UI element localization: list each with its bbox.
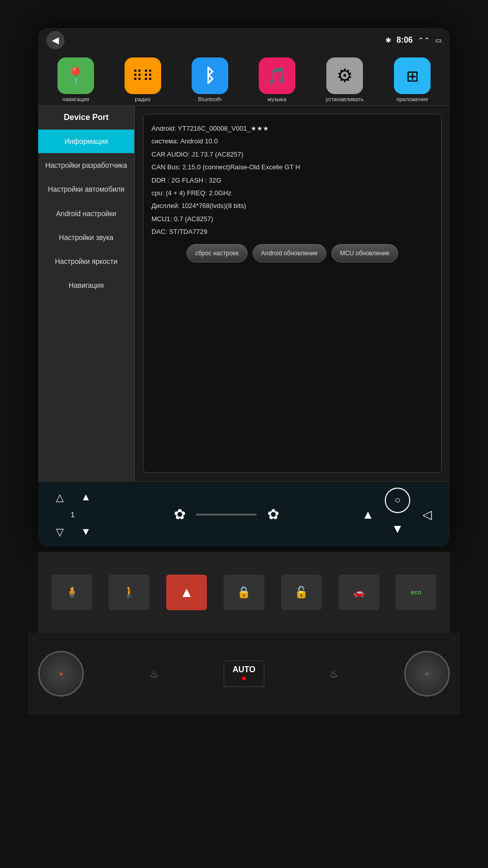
time-display: 8:06: [396, 36, 413, 45]
left-dial-indicator: ●: [59, 670, 63, 677]
info-line-4: DDR : 2G FLASH : 32G: [151, 174, 433, 186]
signal-icon: ⌃⌃: [418, 36, 430, 44]
screen-display: ◀ ✱ 8:06 ⌃⌃ ▭ 📍 навигация ⠿⠿ радио ᛒ Blu…: [38, 28, 450, 547]
nav-circle-button[interactable]: ○: [385, 488, 410, 513]
settings-icon: ⚙: [326, 57, 363, 94]
left-temp-dial[interactable]: ●: [38, 651, 84, 697]
lock-icon-1: 🔒: [237, 586, 251, 599]
app-install[interactable]: ⚙ устанавливать: [326, 57, 364, 102]
temp-down-outline-left[interactable]: ▽: [48, 521, 71, 543]
sidebar: Device Port Информация Настройки разрабо…: [38, 106, 135, 481]
android-update-button[interactable]: Android обновление: [253, 244, 326, 262]
apps-icon: ⊞: [394, 57, 431, 94]
app-icons-row: 📍 навигация ⠿⠿ радио ᛒ Bluetooth 🎵 музык…: [38, 52, 450, 106]
nav-down-back: ○ ▼: [385, 488, 410, 542]
auto-label: AUTO: [232, 665, 255, 674]
seat-icon-left: ♨: [149, 668, 159, 680]
nav-label: навигация: [63, 96, 89, 102]
sidebar-item-sound-settings[interactable]: Настройки звука: [38, 226, 134, 250]
app-radio[interactable]: ⠿⠿ радио: [125, 57, 161, 102]
seat-heat-icon-1: 🧍: [65, 586, 79, 599]
left-temp-controls: △ ▲ 1 ▽ ▼: [48, 486, 97, 543]
sidebar-item-android-settings[interactable]: Android настройки: [38, 202, 134, 226]
info-line-7: MCU1: 0.7 (AC8257): [151, 213, 433, 225]
info-line-8: DAC: ST/TDA7729: [151, 226, 433, 237]
fan-left-icon[interactable]: ✿: [168, 503, 191, 526]
back-button[interactable]: ◀: [46, 31, 65, 49]
bottom-controls: △ ▲ 1 ▽ ▼ ✿ ✿ ▲ ○ ▼ ◁: [38, 481, 450, 547]
sidebar-header: Device Port: [38, 106, 134, 130]
fan-right-icon[interactable]: ✿: [262, 503, 284, 526]
info-line-2: CAR AUDIO: J1.73.7 (AC8257): [151, 148, 433, 160]
auto-display: AUTO: [224, 661, 264, 687]
nav-icon: 📍: [57, 57, 94, 94]
climate-area: ● ♨ AUTO ♨ ○: [28, 633, 460, 714]
sidebar-item-brightness-settings[interactable]: Настройки яркости: [38, 250, 134, 274]
music-icon: 🎵: [259, 57, 295, 94]
info-line-1: система: Android 10.0: [151, 135, 433, 147]
app-apps[interactable]: ⊞ приложение: [394, 57, 431, 102]
car-bottom: [0, 714, 488, 868]
nav-up-button[interactable]: ▲: [355, 502, 381, 527]
radio-icon: ⠿⠿: [125, 57, 161, 94]
sidebar-item-navigation[interactable]: Навигация: [38, 274, 134, 297]
temp-up-filled-left[interactable]: ▲: [75, 486, 97, 508]
mcu-update-button[interactable]: MCU обновление: [331, 244, 398, 262]
hazard-button[interactable]: ▲: [166, 575, 207, 610]
physical-buttons-row: 🧍 🚶 ▲ 🔒 🔓 🚗 eco: [38, 552, 450, 633]
main-content: Device Port Информация Настройки разрабо…: [38, 106, 450, 481]
app-nav[interactable]: 📍 навигация: [57, 57, 94, 102]
bluetooth-icon: ᛒ: [192, 57, 228, 94]
nav-back-button[interactable]: ◁: [414, 502, 440, 527]
status-icons: ✱ 8:06 ⌃⌃ ▭: [385, 36, 442, 45]
info-box: Android: YT7216C_00008_V001_★★★ система:…: [143, 114, 442, 473]
seat-heat-left: ♨: [149, 668, 159, 680]
temp-number-left: 1: [71, 511, 75, 519]
sidebar-item-info[interactable]: Информация: [38, 130, 134, 154]
eco-btn[interactable]: eco: [395, 575, 436, 610]
nav-down-button[interactable]: ▼: [385, 516, 410, 542]
stability-icon: 🚗: [353, 587, 364, 598]
hazard-icon: ▲: [179, 584, 194, 601]
stability-btn[interactable]: 🚗: [339, 575, 379, 610]
info-panel: Android: YT7216C_00008_V001_★★★ система:…: [135, 106, 450, 481]
info-actions: сброс настроек Android обновление MCU об…: [151, 239, 433, 262]
info-line-3: CAN Bus: 2.15.0 (connect)Raise-Old Excel…: [151, 161, 433, 173]
eco-icon: eco: [411, 589, 421, 596]
seat-heat-right: ♨: [329, 668, 339, 680]
seat-heat-btn-2[interactable]: 🚶: [109, 575, 149, 610]
radio-label: радио: [135, 96, 150, 102]
status-bar: ◀ ✱ 8:06 ⌃⌃ ▭: [38, 28, 450, 52]
right-dial-indicator: ○: [425, 670, 429, 677]
lock-icon-2: 🔓: [294, 586, 308, 599]
lock-btn-1[interactable]: 🔒: [224, 575, 264, 610]
install-label: устанавливать: [326, 96, 364, 102]
sidebar-item-dev-settings[interactable]: Настройки разработчика: [38, 154, 134, 177]
app-music[interactable]: 🎵 музыка: [259, 57, 295, 102]
info-line-6: Дисплей: 1024*768(lvds)(8 bits): [151, 200, 433, 212]
info-line-5: cpu: (4 + 4) FREQ: 2.0GHz: [151, 187, 433, 199]
left-temp-down-row: ▽ ▼: [48, 521, 97, 543]
nav-controls: ▲ ○ ▼ ◁: [355, 488, 440, 542]
info-line-0: Android: YT7216C_00008_V001_★★★: [151, 123, 433, 134]
sidebar-item-car-settings[interactable]: Настройки автомобиля: [38, 177, 134, 201]
right-temp-dial[interactable]: ○: [404, 651, 450, 697]
seat-heat-icon-2: 🚶: [123, 586, 136, 599]
left-temp-up-row: △ ▲: [48, 486, 97, 508]
app-bluetooth[interactable]: ᛒ Bluetooth: [192, 57, 228, 102]
auto-indicator: [242, 676, 246, 680]
music-label: музыка: [267, 96, 286, 102]
bluetooth-status-icon: ✱: [385, 36, 391, 44]
seat-icon-right: ♨: [329, 668, 339, 680]
fan-speed-slider[interactable]: [196, 514, 257, 516]
fan-center-controls: ✿ ✿: [168, 503, 284, 526]
reset-button[interactable]: сброс настроек: [187, 244, 248, 262]
bluetooth-label: Bluetooth: [198, 96, 221, 102]
lock-btn-2[interactable]: 🔓: [281, 575, 322, 610]
window-icon: ▭: [435, 36, 442, 44]
temp-down-filled-left[interactable]: ▼: [75, 521, 97, 543]
apps-label: приложение: [396, 96, 429, 102]
temp-up-outline-left[interactable]: △: [48, 486, 71, 508]
seat-heat-btn-1[interactable]: 🧍: [51, 575, 92, 610]
